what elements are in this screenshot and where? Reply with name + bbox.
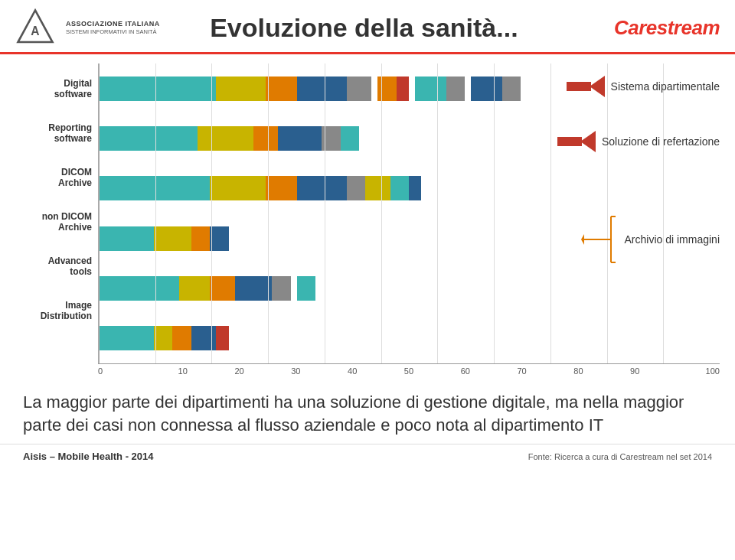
seg — [179, 276, 211, 301]
seg — [191, 326, 216, 350]
x-tick-0: 0 — [98, 366, 155, 380]
seg — [272, 276, 290, 301]
seg — [502, 77, 521, 101]
seg — [390, 176, 409, 200]
arrow-sistema-icon — [567, 76, 605, 97]
callout-archivio: Archivio di immagini — [580, 213, 720, 266]
x-tick-80: 80 — [550, 366, 607, 380]
seg — [253, 126, 278, 151]
seg — [172, 326, 191, 350]
seg — [210, 276, 234, 301]
label-image: ImageDistribution — [15, 288, 98, 333]
footer-source: Fonte: Ricerca a cura di Carestream nel … — [528, 452, 712, 461]
label-nondicom: non DICOMArchive — [15, 200, 98, 244]
seg — [297, 276, 315, 301]
x-tick-70: 70 — [494, 366, 550, 380]
callout-archivio-text: Archivio di immagini — [625, 233, 720, 246]
seg — [98, 77, 216, 101]
seg — [347, 176, 365, 200]
seg — [98, 176, 210, 200]
x-tick-100: 100 — [663, 366, 720, 380]
seg — [278, 126, 322, 151]
seg — [210, 226, 228, 251]
bar-dicom — [98, 176, 720, 200]
seg — [235, 276, 273, 301]
x-tick-40: 40 — [324, 366, 381, 380]
body-text: La maggior parte dei dipartimenti ha una… — [0, 383, 735, 441]
seg — [98, 226, 154, 251]
callout-sistema-text: Sistema dipartimentale — [611, 80, 720, 93]
bracket-archivio-icon — [580, 213, 619, 266]
seg-gap — [291, 276, 297, 301]
bar-row-advanced — [98, 263, 720, 313]
x-tick-20: 20 — [211, 366, 268, 380]
seg-gap — [409, 77, 415, 101]
svg-marker-4 — [581, 234, 584, 245]
label-reporting: Reportingsoftware — [15, 111, 98, 155]
seg — [191, 226, 210, 251]
brand-logo: Carestream — [614, 16, 720, 40]
x-tick-30: 30 — [267, 366, 324, 380]
chart-section: Digitalsoftware Reportingsoftware DICOMA… — [0, 54, 735, 383]
seg — [341, 126, 359, 151]
seg — [266, 176, 297, 200]
footer: Aisis – Mobile Health - 2014 Fonte: Rice… — [0, 444, 735, 468]
seg-gap — [465, 77, 471, 101]
seg — [297, 176, 347, 200]
seg — [297, 77, 347, 101]
header: A ASSOCIAZIONE ITALIANA SISTEMI INFORMAT… — [0, 0, 735, 54]
chart-labels: Digitalsoftware Reportingsoftware DICOMA… — [15, 63, 98, 380]
seg — [98, 276, 179, 301]
seg — [98, 126, 198, 151]
seg — [210, 176, 266, 200]
bar-row-image — [98, 314, 720, 363]
seg — [347, 77, 371, 101]
callout-soluzione-text: Soluzione di refertazione — [602, 135, 720, 148]
bar-image — [98, 326, 720, 350]
seg — [471, 77, 502, 101]
seg — [409, 176, 421, 200]
seg — [198, 126, 253, 151]
logo-icon: A — [15, 8, 55, 47]
seg — [365, 176, 390, 200]
callout-soluzione: Soluzione di refertazione — [557, 131, 720, 152]
seg — [397, 77, 409, 101]
seg — [322, 126, 340, 151]
seg — [216, 77, 266, 101]
x-tick-90: 90 — [606, 366, 663, 380]
label-dicom: DICOMArchive — [15, 155, 98, 200]
bar-row-dicom — [98, 164, 720, 213]
footer-citation: Aisis – Mobile Health - 2014 — [23, 451, 154, 462]
x-axis: 0 10 20 30 40 50 60 70 80 90 100 — [98, 363, 720, 380]
x-tick-10: 10 — [155, 366, 211, 380]
seg — [377, 77, 396, 101]
seg-gap — [371, 77, 377, 101]
x-tick-50: 50 — [381, 366, 437, 380]
seg — [98, 326, 154, 350]
callout-sistema: Sistema dipartimentale — [567, 76, 720, 97]
seg — [216, 326, 228, 350]
seg — [415, 77, 446, 101]
bar-advanced — [98, 276, 720, 301]
label-advanced: Advancedtools — [15, 244, 98, 288]
seg — [446, 77, 465, 101]
x-tick-60: 60 — [437, 366, 494, 380]
page-title: Evoluzione della sanità... — [114, 13, 614, 43]
seg — [266, 77, 297, 101]
svg-text:A: A — [31, 24, 39, 37]
seg — [154, 226, 191, 251]
label-digital: Digitalsoftware — [15, 67, 98, 111]
arrow-soluzione-icon — [557, 131, 596, 152]
seg — [154, 326, 172, 350]
